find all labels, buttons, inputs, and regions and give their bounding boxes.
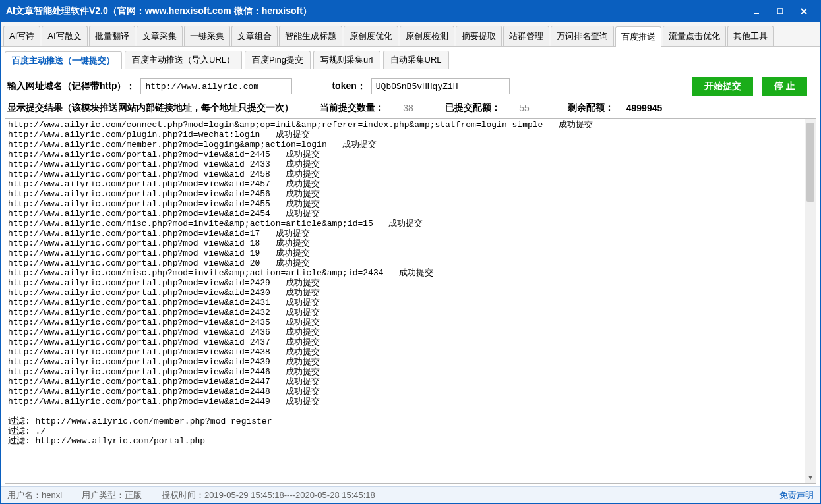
current-count-value: 38 — [388, 103, 428, 113]
footer-user-label: 用户名： — [7, 490, 42, 500]
result-heading: 显示提交结果（该模块推送网站内部链接地址，每个地址只提交一次） — [7, 102, 293, 114]
submitted-quota-value: 55 — [504, 103, 544, 113]
svg-rect-1 — [777, 9, 783, 14]
close-icon — [800, 7, 808, 15]
main-tab[interactable]: 摘要提取 — [456, 26, 502, 46]
titlebar[interactable]: AI文章智能处理软件V2.0（官网：www.henxisoft.com 微信：h… — [1, 1, 820, 22]
main-tab[interactable]: 一键采集 — [184, 26, 230, 46]
sub-tab[interactable]: 写规则采集url — [313, 51, 380, 69]
log-scrollbar[interactable]: ▲ ▼ — [805, 119, 816, 483]
log-text[interactable]: http://www.ailyric.com/connect.php?mod=l… — [5, 119, 805, 483]
remaining-quota-value: 4999945 — [618, 103, 671, 113]
minimize-icon — [752, 7, 760, 15]
main-tab[interactable]: AI写散文 — [42, 26, 87, 46]
sub-tab[interactable]: 自动采集URL — [383, 51, 449, 69]
token-input[interactable] — [371, 78, 510, 94]
current-count-label: 当前提交数量： — [320, 102, 384, 114]
submitted-quota-label: 已提交配额： — [445, 102, 501, 114]
footer-type-label: 用户类型： — [82, 490, 125, 500]
main-tab[interactable]: 文章采集 — [137, 26, 183, 46]
app-title: AI文章智能处理软件V2.0（官网：www.henxisoft.com 微信：h… — [6, 5, 312, 17]
main-tab[interactable]: 站群管理 — [503, 26, 549, 46]
disclaimer-link[interactable]: 免责声明 — [779, 490, 814, 501]
main-tab[interactable]: 百度推送 — [615, 26, 661, 47]
status-line: 显示提交结果（该模块推送网站内部链接地址，每个地址只提交一次） 当前提交数量： … — [1, 101, 820, 117]
domain-label: 输入网址域名（记得带http）： — [7, 80, 135, 92]
log-area: http://www.ailyric.com/connect.php?mod=l… — [5, 118, 816, 484]
close-button[interactable] — [793, 4, 815, 18]
sub-tab[interactable]: 百度主动推送（一键提交） — [5, 51, 122, 69]
domain-input[interactable] — [140, 78, 292, 94]
main-tab[interactable]: AI写诗 — [3, 26, 40, 46]
main-tab[interactable]: 智能生成标题 — [279, 26, 342, 46]
scroll-thumb[interactable] — [806, 123, 814, 202]
sub-tab[interactable]: 百度主动推送（导入URL） — [125, 51, 242, 69]
main-tab[interactable]: 流量点击优化 — [663, 26, 726, 46]
footer-type-value: 正版 — [125, 490, 142, 500]
main-tabstrip: AI写诗AI写散文批量翻译文章采集一键采集文章组合智能生成标题原创度优化原创度检… — [1, 22, 820, 47]
sub-tabstrip: 百度主动推送（一键提交）百度主动推送（导入URL）百度Ping提交写规则采集ur… — [1, 47, 820, 69]
sub-tab[interactable]: 百度Ping提交 — [245, 51, 311, 69]
minimize-button[interactable] — [745, 4, 768, 18]
remaining-quota-label: 剩余配额： — [568, 102, 614, 114]
start-submit-button[interactable]: 开始提交 — [692, 77, 753, 96]
scroll-down-icon[interactable]: ▼ — [805, 472, 816, 483]
footer-bar: 用户名：henxi 用户类型：正版 授权时间：2019-05-29 15:45:… — [1, 486, 820, 503]
footer-user-value: henxi — [42, 490, 62, 500]
footer-auth-label: 授权时间： — [162, 490, 204, 500]
footer-auth-value: 2019-05-29 15:45:18----2020-05-28 15:45:… — [204, 490, 375, 500]
main-tab[interactable]: 原创度优化 — [344, 26, 398, 46]
main-tab[interactable]: 原创度检测 — [400, 26, 454, 46]
main-tab[interactable]: 其他工具 — [727, 26, 774, 46]
main-tab[interactable]: 万词排名查询 — [551, 26, 614, 46]
token-label: token： — [332, 80, 365, 92]
maximize-button[interactable] — [769, 4, 791, 18]
app-window: AI文章智能处理软件V2.0（官网：www.henxisoft.com 微信：h… — [0, 0, 821, 504]
maximize-icon — [776, 7, 784, 15]
main-tab[interactable]: 文章组合 — [231, 26, 278, 46]
stop-button[interactable]: 停 止 — [762, 77, 807, 96]
main-tab[interactable]: 批量翻译 — [89, 26, 135, 46]
controls-row: 输入网址域名（记得带http）： token： 开始提交 停 止 — [1, 69, 820, 101]
